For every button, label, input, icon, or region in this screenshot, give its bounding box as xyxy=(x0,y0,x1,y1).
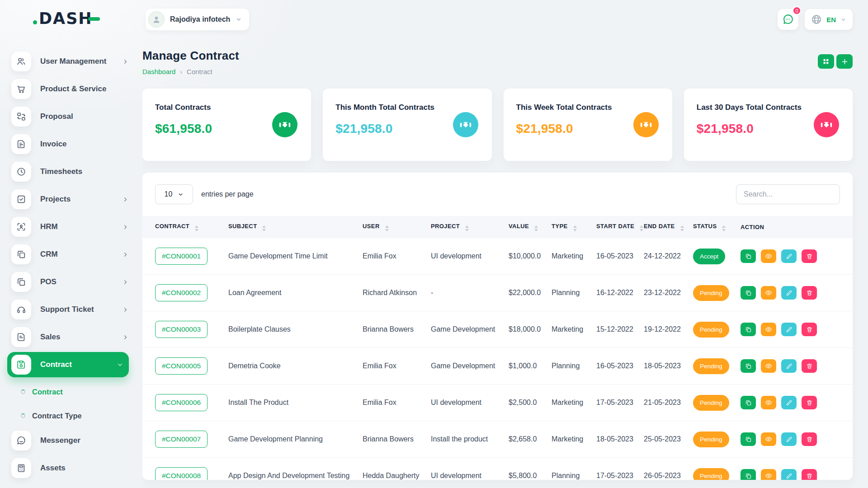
sidebar-item-sales[interactable]: Sales xyxy=(7,327,129,347)
delete-button[interactable] xyxy=(802,249,817,263)
column-header-value[interactable]: VALUE xyxy=(509,216,552,238)
end-date-cell: 24-12-2022 xyxy=(644,238,693,275)
contract-id-link[interactable]: #CON00002 xyxy=(155,284,208,301)
column-header-contract[interactable]: CONTRACT xyxy=(142,216,228,238)
subject-cell: Boilerplate Clauses xyxy=(228,311,363,348)
project-cell: UI development xyxy=(431,385,509,421)
copy-icon xyxy=(745,363,752,370)
sidebar-item-proposal[interactable]: Proposal xyxy=(7,107,129,127)
start-date-cell: 17-05-2023 xyxy=(596,385,644,421)
edit-button[interactable] xyxy=(781,323,797,336)
sidebar-item-pos[interactable]: POS xyxy=(7,272,129,292)
sidebar-item-support-ticket[interactable]: Support Ticket xyxy=(7,300,129,319)
language-selector[interactable]: EN xyxy=(805,9,853,30)
sidebar-subitem-contract-type[interactable]: Contract Type xyxy=(7,407,129,425)
view-button[interactable] xyxy=(761,323,776,336)
chevron-down-icon xyxy=(840,17,846,23)
edit-button[interactable] xyxy=(781,286,797,300)
delete-button[interactable] xyxy=(802,359,817,373)
sidebar-item-projects[interactable]: Projects xyxy=(7,189,129,209)
view-button[interactable] xyxy=(761,249,776,263)
column-header-status[interactable]: STATUS xyxy=(693,216,741,238)
entries-per-page-value: 10 xyxy=(165,190,173,198)
sidebar-item-invoice[interactable]: Invoice xyxy=(7,134,129,154)
duplicate-button[interactable] xyxy=(741,469,756,480)
edit-button[interactable] xyxy=(781,359,797,373)
sidebar-item-assets[interactable]: Assets xyxy=(7,458,129,478)
delete-button[interactable] xyxy=(802,286,817,300)
breadcrumb: Dashboard › Contract xyxy=(142,68,239,75)
column-header-end-date[interactable]: END DATE xyxy=(644,216,693,238)
duplicate-button[interactable] xyxy=(741,432,756,446)
workspace-selector[interactable]: Rajodiya infotech xyxy=(146,9,249,30)
column-header-project[interactable]: PROJECT xyxy=(431,216,509,238)
sort-icon xyxy=(262,225,266,231)
handshake-icon xyxy=(633,112,659,137)
contract-id-link[interactable]: #CON00008 xyxy=(155,467,208,480)
search-input[interactable] xyxy=(736,184,840,204)
status-badge: Pending xyxy=(693,285,729,301)
column-header-user[interactable]: USER xyxy=(363,216,431,238)
sort-icon xyxy=(534,225,538,231)
column-header-start-date[interactable]: START DATE xyxy=(596,216,644,238)
edit-button[interactable] xyxy=(781,396,797,409)
view-button[interactable] xyxy=(761,286,776,300)
status-badge: Pending xyxy=(693,358,729,374)
sidebar-subitem-contract[interactable]: Contract xyxy=(7,383,129,401)
column-header-type[interactable]: TYPE xyxy=(552,216,596,238)
contracts-panel: 10 entries per page CONTRACTSUBJECTUSERP… xyxy=(142,173,853,480)
users-icon xyxy=(11,52,31,71)
sidebar-item-contract[interactable]: Contract xyxy=(7,352,129,377)
grid-view-button[interactable] xyxy=(818,54,834,69)
duplicate-button[interactable] xyxy=(741,359,756,373)
column-header-subject[interactable]: SUBJECT xyxy=(228,216,363,238)
contract-id-link[interactable]: #CON00001 xyxy=(155,248,208,265)
sort-icon xyxy=(680,225,684,231)
edit-button[interactable] xyxy=(781,469,797,480)
status-badge: Pending xyxy=(693,468,729,480)
breadcrumb-dashboard-link[interactable]: Dashboard xyxy=(142,68,175,75)
page-title: Manage Contract xyxy=(142,49,239,63)
subject-cell: Game Development Planning xyxy=(228,421,363,458)
contract-id-link[interactable]: #CON00006 xyxy=(155,394,208,411)
sidebar-item-hrm[interactable]: HRM xyxy=(7,217,129,237)
end-date-cell: 18-05-2023 xyxy=(644,348,693,385)
sidebar-item-crm[interactable]: CRM xyxy=(7,244,129,264)
view-button[interactable] xyxy=(761,396,776,409)
copy-icon xyxy=(745,473,752,479)
contract-id-link[interactable]: #CON00005 xyxy=(155,357,208,375)
sidebar-item-user-management[interactable]: User Management xyxy=(7,52,129,71)
view-button[interactable] xyxy=(761,432,776,446)
edit-button[interactable] xyxy=(781,249,797,263)
view-button[interactable] xyxy=(761,359,776,373)
delete-button[interactable] xyxy=(802,323,817,336)
chevron-down-icon xyxy=(236,16,242,23)
breadcrumb-current: Contract xyxy=(187,68,212,75)
entries-per-page-select[interactable]: 10 xyxy=(155,184,193,204)
duplicate-button[interactable] xyxy=(741,286,756,300)
delete-button[interactable] xyxy=(802,396,817,409)
duplicate-button[interactable] xyxy=(741,323,756,336)
type-cell: Planning xyxy=(552,275,596,311)
add-contract-button[interactable] xyxy=(836,54,853,69)
duplicate-button[interactable] xyxy=(741,396,756,409)
delete-button[interactable] xyxy=(802,469,817,480)
eye-icon xyxy=(765,289,772,296)
logo-text: DASH xyxy=(39,9,93,28)
table-row: #CON00005Demetria CookeEmilia FoxGame De… xyxy=(142,348,853,385)
messages-button[interactable]: 0 xyxy=(778,9,798,30)
plus-icon xyxy=(841,58,849,66)
chevron-right-icon xyxy=(122,306,129,313)
sort-icon xyxy=(385,225,389,231)
chevron-right-icon xyxy=(122,251,129,258)
sidebar-item-product-service[interactable]: Product & Service xyxy=(7,79,129,99)
duplicate-button[interactable] xyxy=(741,249,756,263)
delete-button[interactable] xyxy=(802,432,817,446)
view-button[interactable] xyxy=(761,469,776,480)
sidebar-item-messenger[interactable]: Messenger xyxy=(7,431,129,450)
status-badge: Pending xyxy=(693,432,729,447)
sidebar-item-timesheets[interactable]: Timesheets xyxy=(7,162,129,182)
contract-id-link[interactable]: #CON00007 xyxy=(155,431,208,448)
contract-id-link[interactable]: #CON00003 xyxy=(155,321,208,338)
edit-button[interactable] xyxy=(781,432,797,446)
